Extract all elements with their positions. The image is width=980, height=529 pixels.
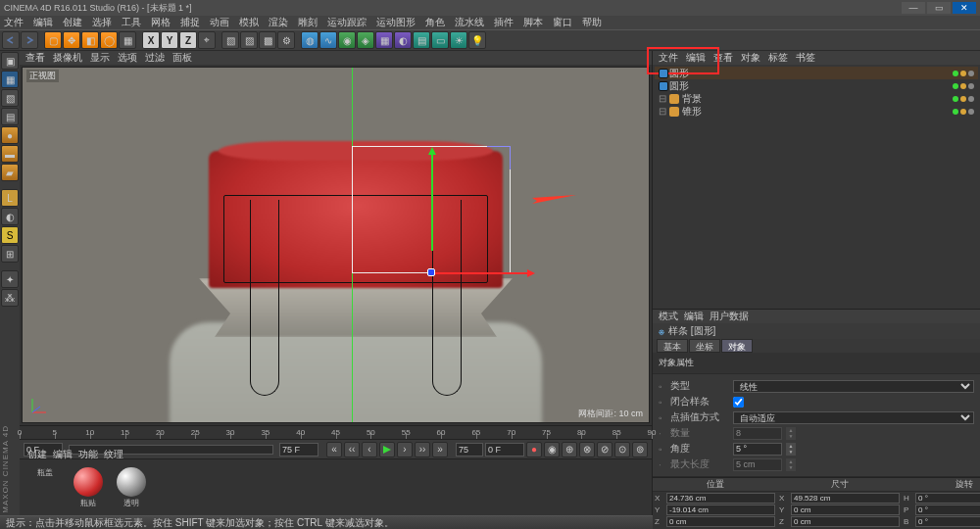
render-settings-button[interactable]: ⚙ — [277, 31, 295, 49]
material-瓶贴[interactable]: 瓶贴 — [69, 467, 108, 509]
angle-input[interactable] — [733, 443, 782, 456]
rotate-button[interactable]: ◯ — [100, 31, 118, 49]
angle-spinner[interactable]: ▲▼ — [786, 443, 796, 456]
menu-捕捉[interactable]: 捕捉 — [180, 16, 200, 29]
render-dot[interactable] — [960, 83, 966, 89]
render-dot[interactable] — [960, 71, 966, 76]
render-dot[interactable] — [960, 96, 966, 102]
last-tool-button[interactable]: ▦ — [119, 31, 136, 49]
pos-z-input[interactable] — [666, 516, 775, 527]
object-row-圆形[interactable]: ⊟ 圆形 — [655, 67, 978, 79]
menu-角色[interactable]: 角色 — [425, 16, 445, 29]
prev-frame-button[interactable]: ‹ — [362, 442, 377, 457]
key-scale-button[interactable]: ⊗ — [579, 442, 595, 457]
pos-y-input[interactable] — [666, 505, 775, 515]
record-button[interactable]: ● — [526, 442, 542, 457]
mat-tab-纹理[interactable]: 纹理 — [104, 448, 123, 461]
add-spline-button[interactable]: ∿ — [319, 31, 337, 49]
key-pla-button[interactable]: ⊚ — [632, 442, 648, 457]
close-checkbox[interactable] — [733, 397, 744, 408]
misc-button[interactable]: ⁂ — [1, 289, 19, 307]
material-瓶盖[interactable]: 瓶盖 — [25, 467, 65, 509]
tweak-button[interactable]: ✦ — [1, 270, 19, 288]
tag-dot[interactable] — [968, 83, 974, 89]
viewport-solo-button[interactable]: ◐ — [1, 208, 19, 225]
obj-tab-编辑[interactable]: 编辑 — [686, 51, 706, 65]
view-menu-过滤[interactable]: 过滤 — [145, 51, 165, 65]
add-light-button[interactable]: ☀ — [450, 31, 467, 49]
polygon-mode-button[interactable]: ▰ — [1, 164, 19, 181]
menu-脚本[interactable]: 脚本 — [523, 16, 543, 29]
menu-窗口[interactable]: 窗口 — [553, 16, 572, 29]
handle-origin[interactable] — [427, 268, 435, 276]
mat-tab-功能[interactable]: 功能 — [78, 448, 98, 461]
goto-start-button[interactable]: « — [326, 442, 342, 457]
render-region-button[interactable]: ▨ — [240, 31, 258, 49]
attr-tab-用户数据[interactable]: 用户数据 — [710, 310, 749, 323]
redo-button[interactable] — [21, 31, 38, 49]
obj-tab-书签[interactable]: 书签 — [796, 51, 815, 65]
render-view-button[interactable]: ▧ — [221, 31, 239, 49]
obj-tab-标签[interactable]: 标签 — [768, 51, 788, 65]
menu-创建[interactable]: 创建 — [63, 16, 82, 29]
menu-帮助[interactable]: 帮助 — [582, 16, 602, 29]
menu-运动图形[interactable]: 运动图形 — [376, 16, 416, 29]
menu-动画[interactable]: 动画 — [210, 16, 229, 29]
tag-dot[interactable] — [968, 109, 974, 115]
size-y-input[interactable] — [791, 505, 900, 515]
next-key-button[interactable]: ›› — [415, 442, 430, 457]
lighting-button[interactable]: 💡 — [468, 31, 486, 49]
axis-x-toggle[interactable]: X — [142, 31, 160, 49]
key-param-button[interactable]: ⊙ — [614, 442, 630, 457]
interp-select[interactable]: 自动适应 — [733, 411, 974, 424]
add-subdiv-button[interactable]: ◈ — [357, 31, 374, 49]
view-menu-显示[interactable]: 显示 — [90, 51, 110, 65]
autokey-button[interactable]: ◉ — [544, 442, 560, 457]
snap-button[interactable]: S — [1, 226, 19, 244]
workplane-button[interactable]: ▤ — [1, 108, 19, 125]
menu-网格[interactable]: 网格 — [151, 16, 171, 29]
undo-button[interactable] — [2, 31, 20, 49]
visibility-dot[interactable] — [953, 96, 958, 102]
key-pos-button[interactable]: ⊕ — [562, 442, 577, 457]
obj-tab-对象[interactable]: 对象 — [741, 51, 760, 65]
rot-p-input[interactable] — [915, 505, 980, 515]
view-menu-查看[interactable]: 查看 — [25, 51, 45, 65]
size-z-input[interactable] — [791, 516, 900, 527]
key-rot-button[interactable]: ⊘ — [597, 442, 612, 457]
attr-tab-模式[interactable]: 模式 — [659, 310, 678, 323]
add-camera-button[interactable]: ▭ — [431, 31, 449, 49]
texture-mode-button[interactable]: ▧ — [1, 89, 19, 107]
add-environment-button[interactable]: ▤ — [413, 31, 430, 49]
axis-z-toggle[interactable]: Z — [179, 31, 197, 49]
rot-h-input[interactable] — [915, 493, 980, 504]
object-manager[interactable]: ⊟ 圆形 ⊟ 圆形 ⊟ 背景 ⊟ 锥形 — [653, 65, 980, 310]
object-row-背景[interactable]: ⊟ 背景 — [655, 92, 978, 105]
menu-运动跟踪[interactable]: 运动跟踪 — [327, 16, 367, 29]
view-menu-摄像机[interactable]: 摄像机 — [53, 51, 82, 65]
make-editable-button[interactable]: ▣ — [1, 52, 19, 70]
minimize-button[interactable]: — — [902, 2, 925, 14]
close-button[interactable]: ✕ — [953, 2, 976, 14]
range-input[interactable] — [456, 443, 483, 457]
maximize-button[interactable]: ▭ — [927, 2, 951, 14]
live-select-button[interactable]: ▢ — [44, 31, 62, 49]
add-primitive-button[interactable]: ◍ — [301, 31, 318, 49]
object-row-圆形[interactable]: ⊟ 圆形 — [655, 79, 978, 92]
add-generator-button[interactable]: ◉ — [338, 31, 356, 49]
tag-dot[interactable] — [968, 71, 974, 76]
viewport[interactable]: 正视图 — [22, 67, 650, 423]
render-pv-button[interactable]: ▩ — [259, 31, 276, 49]
visibility-dot[interactable] — [953, 83, 958, 89]
timeline-ruler[interactable]: 051015202530354045505560657075808590 — [20, 425, 652, 439]
goto-end-button[interactable]: » — [432, 442, 448, 457]
menu-模拟[interactable]: 模拟 — [239, 16, 259, 29]
workflow-button[interactable]: ⊞ — [1, 245, 19, 263]
menu-工具[interactable]: 工具 — [122, 16, 141, 29]
menu-插件[interactable]: 插件 — [494, 16, 514, 29]
attr-subtab-对象[interactable]: 对象 — [721, 339, 753, 353]
model-mode-button[interactable]: ▦ — [1, 71, 19, 88]
menu-编辑[interactable]: 编辑 — [33, 16, 53, 29]
attr-tab-编辑[interactable]: 编辑 — [684, 310, 704, 323]
rot-b-input[interactable] — [915, 516, 980, 527]
